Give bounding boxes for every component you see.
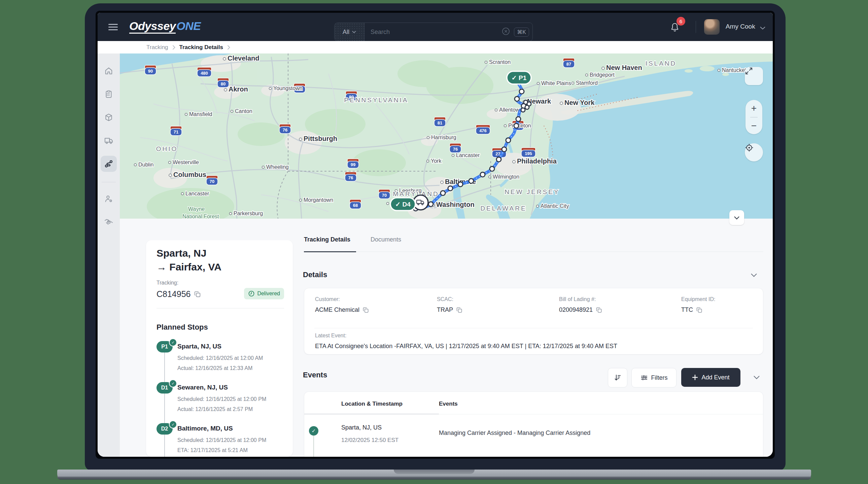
sort-button[interactable] <box>608 368 627 387</box>
copy-icon[interactable] <box>696 307 703 314</box>
expand-icon <box>745 67 753 75</box>
events-collapse-chevron-icon[interactable] <box>753 375 760 381</box>
stop-scheduled: Scheduled: 12/16/2025 at 12:00 AM <box>177 355 263 361</box>
user-gear-icon <box>104 194 113 203</box>
svg-text:76: 76 <box>283 127 287 132</box>
map-city-dot <box>168 161 171 164</box>
map-label: Stamford <box>576 80 598 86</box>
laptop-base <box>57 470 811 480</box>
svg-text:✓ P1: ✓ P1 <box>512 74 527 82</box>
stop-name: Sewaren, NJ, US <box>177 384 228 391</box>
map-city-dot <box>536 205 539 207</box>
map-city-dot <box>489 176 491 178</box>
interstate-shield: 87 <box>563 58 575 68</box>
planned-stops-title: Planned Stops <box>156 323 208 332</box>
copy-icon[interactable] <box>363 307 369 314</box>
breadcrumb-tracking-details[interactable]: Tracking Details <box>179 44 223 51</box>
interstate-shield: 70 <box>206 175 218 185</box>
map-city-dot <box>262 166 265 168</box>
map-collapse-button[interactable] <box>729 210 744 225</box>
sidebar-item-packages[interactable] <box>101 109 117 125</box>
map-label: Morgantown <box>304 197 333 203</box>
laptop-screen: OdysseyONE All Search ⌘K 6 <box>96 11 775 459</box>
copy-icon[interactable] <box>456 307 463 314</box>
route-map[interactable]: 9048080808071769976706881476762761957087… <box>120 54 773 219</box>
sort-descending-icon <box>614 374 622 382</box>
header-divider <box>696 21 696 33</box>
chevron-right-icon <box>227 45 230 50</box>
map-state-label: NEW JERSEY <box>504 188 560 195</box>
map-label: Akron <box>228 86 248 93</box>
field-label: Customer: <box>315 296 369 302</box>
copy-icon[interactable] <box>596 307 602 314</box>
sidebar-item-home[interactable] <box>101 63 117 79</box>
zoom-in-button[interactable]: + <box>745 100 762 117</box>
map-city-dot <box>485 61 487 64</box>
map-city-dot <box>300 199 302 201</box>
map-fullscreen-button[interactable] <box>745 67 763 85</box>
user-menu-chevron-icon[interactable] <box>760 25 765 31</box>
shipment-route-title: Sparta, NJ → Fairfax, VA <box>156 246 221 274</box>
stop-actual: Actual: 12/16/12025 at 2:57 PM <box>177 406 253 412</box>
map-marker-d4[interactable]: ✓ D4 <box>391 198 415 211</box>
stop-name: Sparta, NJ, US <box>177 343 221 350</box>
map-city-dot <box>269 88 272 90</box>
detail-tabs: Tracking Details Documents <box>304 236 763 252</box>
copy-icon[interactable] <box>194 291 201 298</box>
filters-label: Filters <box>651 374 668 381</box>
map-marker-p1[interactable]: ✓ P1 <box>507 71 531 84</box>
interstate-shield: 76 <box>450 143 461 153</box>
filter-sliders-icon <box>641 374 648 381</box>
global-search[interactable]: All Search ⌘K <box>334 23 533 41</box>
interstate-shield: 80 <box>217 78 229 88</box>
sidebar-item-user-settings[interactable] <box>101 191 117 207</box>
svg-text:70: 70 <box>382 193 387 198</box>
sidebar-item-orders[interactable] <box>101 86 117 102</box>
sidebar-item-partners[interactable] <box>101 214 117 230</box>
sidebar-item-route-tracking[interactable] <box>101 156 117 172</box>
truck-icon <box>104 136 114 145</box>
map-label: New Haven <box>606 64 642 71</box>
field-label: Equipment ID: <box>681 296 715 302</box>
search-input[interactable]: Search <box>365 29 502 36</box>
search-clear-icon[interactable] <box>502 27 510 37</box>
map-state-label: OHIO <box>156 145 178 152</box>
svg-text:✓ D4: ✓ D4 <box>395 201 411 208</box>
map-zoom-control: + − <box>745 100 762 134</box>
map-locate-button[interactable] <box>745 143 763 161</box>
sidebar-item-fleet[interactable] <box>101 132 117 149</box>
filters-button[interactable]: Filters <box>631 368 677 387</box>
interstate-shield: 70 <box>379 189 390 199</box>
chevron-down-icon <box>734 216 740 220</box>
map-city-dot <box>169 174 172 176</box>
svg-text:195: 195 <box>525 151 532 156</box>
interstate-shield: 68 <box>350 199 361 209</box>
map-city-dot <box>504 125 506 127</box>
menu-icon[interactable] <box>108 22 118 30</box>
latest-event-label: Latest Event: <box>315 333 346 339</box>
user-name[interactable]: Amy Cook <box>725 23 755 30</box>
breadcrumb-tracking[interactable]: Tracking <box>146 44 168 51</box>
map-label: York <box>431 158 441 164</box>
map-label: Nantucket <box>722 67 746 73</box>
home-icon <box>104 67 113 75</box>
map-city-dot <box>560 102 563 105</box>
breadcrumb: Tracking Tracking Details <box>98 41 773 54</box>
search-scope-select[interactable]: All <box>335 23 365 41</box>
map-city-dot <box>229 213 232 215</box>
map-state-label: DELAWARE <box>480 205 526 212</box>
latest-event-value: ETA At Consignee's Location -FAIRFAX, VA… <box>315 343 617 350</box>
svg-text:81: 81 <box>437 121 442 125</box>
interstate-shield: 480 <box>197 67 211 77</box>
map-city-dot <box>231 110 233 113</box>
zoom-out-button[interactable]: − <box>745 118 762 134</box>
map-city-dot <box>537 83 539 85</box>
details-collapse-chevron-icon[interactable] <box>750 272 757 279</box>
user-avatar[interactable] <box>704 19 720 35</box>
check-icon: ✓ <box>309 426 318 435</box>
tab-documents[interactable]: Documents <box>371 236 401 251</box>
event-timestamp: 12/02/2025 12:50 EST <box>341 437 399 444</box>
add-event-button[interactable]: Add Event <box>681 368 740 387</box>
tab-tracking-details[interactable]: Tracking Details <box>304 236 356 252</box>
interstate-shield: 476 <box>476 125 490 134</box>
